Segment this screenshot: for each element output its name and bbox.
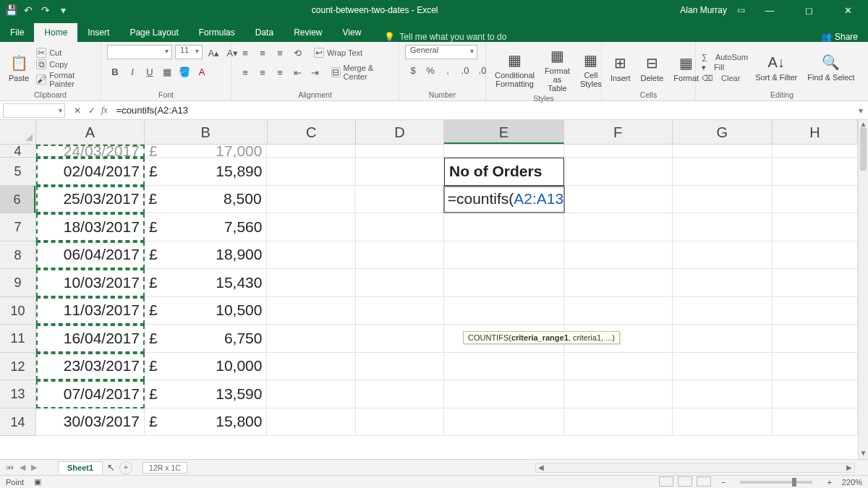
cell-e10[interactable] [444,297,564,325]
col-header-f[interactable]: F [564,120,673,144]
cell-c4[interactable] [267,145,355,158]
cell-h11[interactable] [773,325,858,353]
cell-e8[interactable] [444,241,564,270]
scroll-thumb[interactable] [860,127,867,171]
cell-d9[interactable] [356,269,444,297]
formula-input[interactable]: =countifs(A2:A13 [114,105,854,116]
format-as-table-button[interactable]: ▦Format as Table [542,45,573,94]
cell-f13[interactable] [564,380,673,408]
row-header-12[interactable]: 12 [0,353,35,381]
cell-c12[interactable] [267,353,355,381]
cell-b7[interactable]: £7,560 [145,213,268,241]
cell-h7[interactable] [773,213,858,241]
cell-e5[interactable]: No of Orders [444,158,564,186]
cell-f7[interactable] [564,213,673,241]
cell-d4[interactable] [356,145,444,158]
comma-format-button[interactable]: , [440,62,456,78]
cell-h9[interactable] [773,269,858,297]
cell-e7[interactable] [444,213,564,241]
scroll-left-icon[interactable]: ◀ [536,463,546,471]
cell-h13[interactable] [773,380,858,408]
col-header-e[interactable]: E [444,120,564,144]
cell-c11[interactable] [267,325,355,353]
cell-b5[interactable]: £15,890 [145,158,268,186]
add-sheet-button[interactable]: + [119,461,132,474]
cell-c6[interactable] [267,186,355,214]
cell-f5[interactable] [564,158,673,186]
horizontal-scrollbar[interactable]: ◀ ▶ [535,463,855,473]
close-button[interactable]: ✕ [833,0,862,20]
insert-cells-button[interactable]: ⊞Insert [608,52,634,84]
cell-b12[interactable]: £10,000 [145,353,268,381]
cell-e14[interactable] [444,408,564,437]
cell-e6-editing[interactable]: =countifs(A2:A13 [443,186,565,214]
sheet-tab-1[interactable]: Sheet1 [58,461,103,474]
fill-button[interactable]: ▾ Fill [702,63,748,72]
cell-f12[interactable] [564,353,673,381]
cell-c14[interactable] [267,408,355,437]
cells-area[interactable]: 24/03/2017 £17,000 02/04/2017 £15,890 No… [36,145,858,459]
cell-h10[interactable] [773,297,858,325]
italic-button[interactable]: I [124,64,140,80]
col-header-d[interactable]: D [356,120,444,144]
row-header-4[interactable]: 4 [0,145,35,158]
increase-decimal-button[interactable]: .0 [457,62,473,78]
row-header-13[interactable]: 13 [0,380,35,408]
cell-c7[interactable] [267,213,355,241]
tab-file[interactable]: File [0,23,34,42]
cell-d11[interactable] [356,325,444,353]
align-left-button[interactable]: ≡ [237,64,253,80]
cell-f14[interactable] [564,408,673,437]
number-format-select[interactable]: General [405,45,477,59]
fill-color-button[interactable]: 🪣 [176,64,192,80]
cell-b9[interactable]: £15,430 [145,269,268,297]
wrap-text-button[interactable]: ↩Wrap Text [314,48,362,58]
cell-g10[interactable] [673,297,773,325]
row-header-8[interactable]: 8 [0,241,35,270]
autosum-button[interactable]: ∑ AutoSum [702,53,748,61]
row-header-14[interactable]: 14 [0,408,35,437]
bold-button[interactable]: B [107,64,123,80]
zoom-out-button[interactable]: − [721,478,726,487]
sheet-nav-first-icon[interactable]: ⏮ [6,463,14,472]
font-size-select[interactable]: 11 [175,45,203,59]
select-all-corner[interactable] [0,120,36,145]
sort-filter-button[interactable]: A↓Sort & Filter [752,51,800,83]
cell-a9[interactable]: 10/03/2017 [36,269,145,297]
redo-icon[interactable]: ↷ [39,4,52,17]
cell-f4[interactable] [564,145,673,158]
cancel-formula-icon[interactable]: ✕ [74,106,81,116]
align-top-button[interactable]: ≡ [237,45,253,61]
format-painter-button[interactable]: 🖌Format Painter [36,71,95,88]
col-header-h[interactable]: H [773,120,858,144]
cell-a7[interactable]: 18/03/2017 [36,213,145,241]
row-header-11[interactable]: 11 [0,325,35,353]
enter-formula-icon[interactable]: ✓ [88,106,95,116]
col-header-c[interactable]: C [268,120,356,144]
row-header-7[interactable]: 7 [0,213,35,241]
spreadsheet-grid[interactable]: A B C D E F G H 4 5 6 7 8 9 10 11 12 13 … [0,120,868,459]
cell-h14[interactable] [773,408,858,437]
cell-d14[interactable] [356,408,444,437]
tab-view[interactable]: View [333,23,372,42]
minimize-button[interactable]: — [755,0,784,20]
font-name-select[interactable] [107,45,172,59]
sheet-nav-next-icon[interactable]: ▶ [31,463,37,472]
cell-c13[interactable] [267,380,355,408]
delete-cells-button[interactable]: ⊟Delete [638,52,667,84]
cell-g12[interactable] [673,353,773,381]
tab-insert[interactable]: Insert [77,23,119,42]
cell-d8[interactable] [356,241,444,270]
accounting-format-button[interactable]: $ [405,62,421,78]
cell-c10[interactable] [267,297,355,325]
cell-a10[interactable]: 11/03/2017 [36,297,145,325]
decrease-indent-button[interactable]: ⇤ [289,64,305,80]
cell-f6[interactable] [565,186,673,214]
row-header-5[interactable]: 5 [0,158,35,186]
cell-g6[interactable] [673,186,773,214]
normal-view-button[interactable] [659,476,673,487]
paste-button[interactable]: 📋 Paste [6,52,32,84]
undo-icon[interactable]: ↶ [22,4,35,17]
orientation-button[interactable]: ⟲ [289,45,305,61]
cell-h6[interactable] [773,186,858,214]
